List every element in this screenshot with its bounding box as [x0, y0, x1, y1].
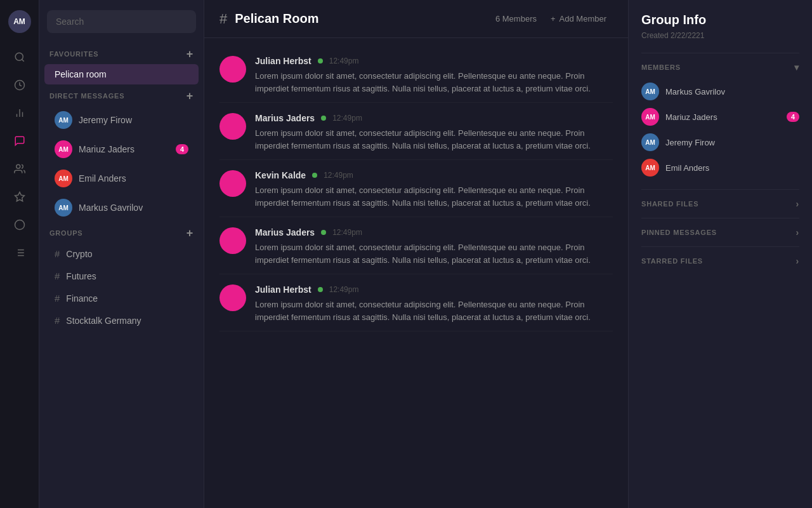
group-name-finance: Finance — [66, 293, 98, 304]
msg-text-2: Lorem ipsum dolor sit amet, consectetur … — [255, 127, 613, 152]
user-avatar[interactable]: AM — [8, 10, 31, 33]
chat-header: # Pelican Room 6 Members + Add Member — [204, 0, 628, 38]
members-section: MEMBERS ▾ AM Markus Gavrilov AM Mariuz J… — [641, 53, 799, 189]
msg-content-5: Julian Herbst 12:49pm Lorem ipsum dolor … — [255, 284, 613, 323]
dm-badge-mariuz: 4 — [176, 144, 188, 154]
chat-header-right: 6 Members + Add Member — [495, 10, 613, 27]
msg-avatar-3 — [219, 170, 246, 197]
members-section-header[interactable]: MEMBERS ▾ — [641, 62, 799, 72]
dm-name-jeremy: Jeremy Firow — [79, 115, 132, 125]
msg-text-4: Lorem ipsum dolor sit amet, consectetur … — [255, 241, 613, 266]
msg-avatar-2 — [219, 113, 246, 140]
star-nav-icon[interactable] — [8, 185, 31, 208]
group-name-stocktalk: Stocktalk Germany — [66, 316, 141, 326]
msg-header-5: Julian Herbst 12:49pm — [255, 284, 613, 295]
member-item-markus: AM Markus Gavrilov — [641, 79, 799, 104]
direct-messages-section-header: DIRECT MESSAGES + — [39, 85, 204, 105]
messages-area: Julian Herbst 12:49pm Lorem ipsum dolor … — [204, 38, 628, 508]
pelican-room-label: Pelican room — [55, 69, 107, 79]
online-dot-5 — [318, 287, 323, 292]
msg-content-3: Kevin Kalde 12:49pm Lorem ipsum dolor si… — [255, 170, 613, 209]
message-row: Marius Jaders 12:49pm Lorem ipsum dolor … — [219, 220, 613, 274]
chat-nav-icon[interactable] — [8, 130, 31, 152]
add-group-button[interactable]: + — [187, 227, 193, 239]
groups-label: GROUPS — [49, 229, 82, 237]
circle-nav-icon[interactable] — [8, 213, 31, 236]
msg-header-3: Kevin Kalde 12:49pm — [255, 170, 613, 180]
direct-messages-label: DIRECT MESSAGES — [49, 92, 124, 100]
msg-author-5: Julian Herbst — [255, 284, 311, 295]
dm-item-markus[interactable]: AM Markus Gavrilov — [44, 194, 199, 222]
member-item-emil: AM Emil Anders — [641, 155, 799, 180]
users-nav-icon[interactable] — [8, 157, 31, 180]
hash-icon-futures: # — [55, 271, 60, 281]
msg-header-2: Marius Jaders 12:49pm — [255, 113, 613, 123]
msg-text-5: Lorem ipsum dolor sit amet, consectetur … — [255, 298, 613, 323]
members-count: 6 Members — [495, 14, 537, 23]
dm-item-jeremy[interactable]: AM Jeremy Firow — [44, 106, 199, 134]
message-row: Julian Herbst 12:49pm Lorem ipsum dolor … — [219, 48, 613, 103]
svg-point-0 — [15, 53, 23, 60]
member-name-emil: Emil Anders — [665, 163, 799, 173]
dm-name-mariuz: Mariuz Jaders — [79, 144, 134, 154]
member-badge-mariuz: 4 — [787, 112, 799, 122]
msg-content-4: Marius Jaders 12:49pm Lorem ipsum dolor … — [255, 227, 613, 266]
pinned-messages-chevron-icon: › — [796, 227, 799, 237]
dm-avatar-mariuz: AM — [55, 140, 72, 158]
msg-author-4: Marius Jaders — [255, 227, 315, 237]
msg-time-3: 12:49pm — [324, 171, 353, 180]
group-item-stocktalk[interactable]: # Stocktalk Germany — [44, 310, 199, 331]
member-name-jeremy: Jeremy Firow — [665, 138, 799, 147]
starred-files-label: STARRED FILES — [641, 257, 703, 265]
groups-section-header: GROUPS + — [39, 222, 204, 243]
msg-content-1: Julian Herbst 12:49pm Lorem ipsum dolor … — [255, 56, 613, 95]
group-name-crypto: Crypto — [66, 249, 92, 259]
icon-sidebar: AM — [0, 0, 39, 508]
search-nav-icon[interactable] — [8, 46, 31, 69]
chart-nav-icon[interactable] — [8, 102, 31, 124]
msg-author-2: Marius Jaders — [255, 113, 315, 123]
favourites-label: FAVOURITES — [49, 50, 98, 58]
starred-files-chevron-icon: › — [796, 256, 799, 266]
dm-item-emil[interactable]: AM Emil Anders — [44, 164, 199, 192]
add-favourite-button[interactable]: + — [187, 48, 193, 60]
msg-header-1: Julian Herbst 12:49pm — [255, 56, 613, 66]
group-item-finance[interactable]: # Finance — [44, 288, 199, 309]
online-dot-4 — [321, 230, 326, 235]
group-info-title: Group Info — [641, 13, 799, 27]
channel-item-pelican-room[interactable]: Pelican room — [44, 64, 199, 84]
members-chevron-icon: ▾ — [794, 62, 799, 72]
msg-text-3: Lorem ipsum dolor sit amet, consectetur … — [255, 184, 613, 209]
search-input[interactable] — [47, 10, 196, 33]
msg-avatar-5 — [219, 284, 246, 311]
add-member-button[interactable]: + Add Member — [544, 10, 613, 27]
add-member-label: Add Member — [560, 14, 606, 23]
plus-icon: + — [551, 14, 556, 23]
channel-sidebar: FAVOURITES + Pelican room DIRECT MESSAGE… — [39, 0, 204, 508]
shared-files-row[interactable]: SHARED FILES › — [641, 189, 799, 218]
member-name-mariuz: Mariuz Jaders — [665, 112, 780, 122]
add-dm-button[interactable]: + — [187, 90, 193, 102]
dm-item-mariuz[interactable]: AM Mariuz Jaders 4 — [44, 135, 199, 163]
favourites-section-header: FAVOURITES + — [39, 43, 204, 64]
svg-point-6 — [16, 164, 20, 168]
hash-icon-crypto: # — [55, 248, 60, 259]
svg-marker-7 — [15, 192, 24, 201]
shared-files-label: SHARED FILES — [641, 200, 698, 208]
group-item-crypto[interactable]: # Crypto — [44, 243, 199, 264]
msg-author-3: Kevin Kalde — [255, 170, 306, 180]
member-avatar-jeremy: AM — [641, 133, 659, 151]
right-panel: Group Info Created 2/22/2221 MEMBERS ▾ A… — [628, 0, 812, 508]
clock-nav-icon[interactable] — [8, 74, 31, 97]
group-item-futures[interactable]: # Futures — [44, 265, 199, 286]
room-title: Pelican Room — [235, 11, 318, 26]
msg-text-1: Lorem ipsum dolor sit amet, consectetur … — [255, 70, 613, 95]
member-avatar-markus: AM — [641, 83, 659, 100]
starred-files-row[interactable]: STARRED FILES › — [641, 246, 799, 275]
list-nav-icon[interactable] — [8, 241, 31, 264]
pinned-messages-row[interactable]: PINNED MESSAGES › — [641, 218, 799, 246]
dm-name-emil: Emil Anders — [79, 173, 126, 184]
shared-files-chevron-icon: › — [796, 199, 799, 209]
msg-avatar-4 — [219, 227, 246, 254]
member-avatar-mariuz: AM — [641, 108, 659, 126]
